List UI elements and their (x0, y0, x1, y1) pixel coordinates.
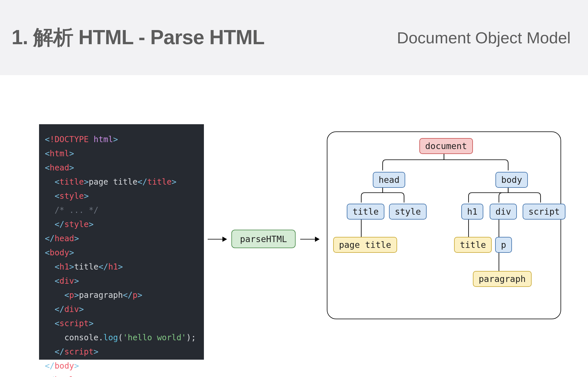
tree-node-div: div (490, 204, 517, 220)
code-doctype: !DOCTYPE (50, 135, 89, 144)
arrow-icon (300, 239, 319, 239)
code-text-title: title (74, 262, 98, 272)
slide-title-right: Document Object Model (397, 28, 571, 47)
tree-node-body: body (495, 172, 528, 188)
tree-node-head: head (373, 172, 405, 188)
code-tag-div-open: div (60, 276, 74, 286)
tree-node-page-title: page title (333, 237, 397, 253)
tree-node-script: script (523, 204, 565, 220)
tree-node-title-text: title (454, 237, 492, 253)
code-tag-html-open: html (50, 149, 69, 158)
code-comment: /* ... */ (55, 205, 99, 215)
code-text-paragraph: paragraph (79, 290, 123, 300)
code-tag-style-open: style (60, 191, 84, 201)
code-tag-style-close: style (64, 220, 89, 229)
tree-node-paragraph: paragraph (473, 271, 532, 287)
tree-node-title: title (347, 204, 384, 220)
code-tag-html-close: html (55, 375, 74, 377)
code-tag-script-close: script (64, 347, 93, 356)
code-tag-body-open: body (50, 248, 69, 257)
tree-connectors (327, 131, 561, 319)
html-source-code: <!DOCTYPE html> <html> <head> <title>pag… (39, 124, 204, 360)
code-tag-title-open: title (60, 177, 84, 187)
code-console-obj: console (64, 333, 98, 342)
tree-node-document: document (419, 138, 473, 154)
code-tag-div-close: div (64, 304, 79, 314)
code-text-page-title: page title (89, 177, 138, 187)
parse-html-node: parseHTML (231, 230, 296, 248)
tree-node-h1: h1 (461, 204, 483, 220)
slide-content: <!DOCTYPE html> <html> <head> <title>pag… (0, 75, 588, 377)
code-tag-h1-open: h1 (60, 262, 69, 272)
code-tag-body-close: body (55, 361, 74, 371)
code-tag-title-close: title (147, 177, 172, 187)
code-tag-h1-close: h1 (108, 262, 118, 272)
code-tag-head-close: head (55, 234, 74, 243)
arrow-icon (208, 239, 226, 239)
code-doctype-html: html (94, 135, 113, 144)
code-tag-script-open: script (60, 319, 89, 328)
code-tag-p-close: p (132, 290, 137, 300)
code-console-fun: log (103, 333, 118, 342)
code-tag-p-open: p (69, 290, 74, 300)
code-tag-head-open: head (50, 163, 69, 172)
slide-header: 1. 解析 HTML - Parse HTML Document Object … (0, 0, 588, 75)
tree-node-style: style (389, 204, 427, 220)
code-console-string: 'hello world' (123, 333, 186, 342)
slide-title-left: 1. 解析 HTML - Parse HTML (12, 24, 264, 51)
tree-node-p: p (495, 237, 512, 253)
